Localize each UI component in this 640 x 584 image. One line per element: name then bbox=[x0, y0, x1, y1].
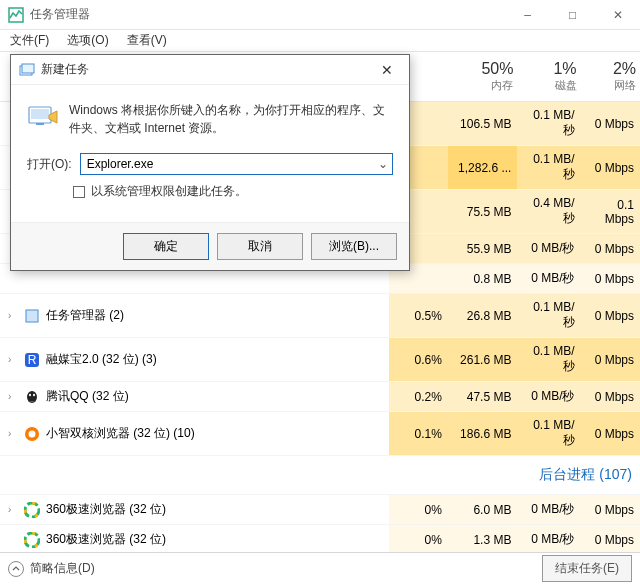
process-row[interactable]: ›360极速浏览器 (32 位)0%6.0 MB0 MB/秒0 Mbps bbox=[0, 495, 640, 525]
details-toggle-icon[interactable] bbox=[8, 561, 24, 577]
process-row[interactable]: ›小智双核浏览器 (32 位) (10)0.1%186.6 MB0.1 MB/秒… bbox=[0, 412, 640, 456]
ok-button[interactable]: 确定 bbox=[123, 233, 209, 260]
cell-disk: 0 MB/秒 bbox=[517, 382, 580, 412]
cell-net: 0 Mbps bbox=[581, 412, 641, 456]
cell-cpu: 0% bbox=[389, 525, 448, 553]
chevron-right-icon[interactable]: › bbox=[8, 428, 18, 439]
menu-options[interactable]: 选项(O) bbox=[65, 30, 110, 51]
cell-cpu: 0.6% bbox=[389, 338, 448, 382]
run-dialog: 新建任务 ✕ Windows 将根据你所键入的名称，为你打开相应的程序、文件夹、… bbox=[10, 54, 410, 271]
process-icon bbox=[24, 502, 40, 518]
titlebar: 任务管理器 – □ ✕ bbox=[0, 0, 640, 30]
cancel-button[interactable]: 取消 bbox=[217, 233, 303, 260]
section-title: 后台进程 (107) bbox=[0, 456, 640, 495]
section-header: 后台进程 (107) bbox=[0, 456, 640, 495]
cell-cpu: 0.5% bbox=[389, 294, 448, 338]
process-name: 融媒宝2.0 (32 位) (3) bbox=[46, 351, 157, 368]
cell-disk: 0.1 MB/秒 bbox=[517, 294, 580, 338]
cell-mem: 106.5 MB bbox=[448, 102, 517, 146]
svg-rect-19 bbox=[36, 123, 44, 125]
process-icon: R bbox=[24, 352, 40, 368]
cell-net: 0 Mbps bbox=[581, 102, 641, 146]
cell-disk: 0.1 MB/秒 bbox=[517, 102, 580, 146]
cell-mem: 75.5 MB bbox=[448, 190, 517, 234]
cell-mem: 1,282.6 ... bbox=[448, 146, 517, 190]
menu-view[interactable]: 查看(V) bbox=[125, 30, 169, 51]
chevron-down-icon[interactable]: ⌄ bbox=[374, 154, 392, 174]
cell-cpu: 0.1% bbox=[389, 412, 448, 456]
admin-label: 以系统管理权限创建此任务。 bbox=[91, 183, 247, 200]
cell-net: 0 Mbps bbox=[581, 146, 641, 190]
col-memory[interactable]: 50%内存 bbox=[448, 52, 517, 102]
open-label: 打开(O): bbox=[27, 156, 72, 173]
cell-disk: 0 MB/秒 bbox=[517, 234, 580, 264]
browse-button[interactable]: 浏览(B)... bbox=[311, 233, 397, 260]
cell-net: 0 Mbps bbox=[581, 294, 641, 338]
svg-point-5 bbox=[29, 393, 31, 396]
cell-cpu: 0.2% bbox=[389, 382, 448, 412]
svg-point-6 bbox=[33, 393, 35, 396]
cell-disk: 0 MB/秒 bbox=[517, 525, 580, 553]
process-name: 腾讯QQ (32 位) bbox=[46, 388, 129, 405]
process-row[interactable]: ›任务管理器 (2)0.5%26.8 MB0.1 MB/秒0 Mbps bbox=[0, 294, 640, 338]
run-icon bbox=[27, 101, 59, 131]
cell-mem: 186.6 MB bbox=[448, 412, 517, 456]
dialog-message: Windows 将根据你所键入的名称，为你打开相应的程序、文件夹、文档或 Int… bbox=[69, 101, 393, 137]
cell-net: 0.1 Mbps bbox=[581, 190, 641, 234]
svg-rect-18 bbox=[31, 109, 49, 119]
checkbox-box[interactable] bbox=[73, 186, 85, 198]
cell-mem: 0.8 MB bbox=[448, 264, 517, 294]
process-icon bbox=[24, 308, 40, 324]
taskmgr-icon bbox=[8, 7, 24, 23]
cell-net: 0 Mbps bbox=[581, 525, 641, 553]
cell-mem: 6.0 MB bbox=[448, 495, 517, 525]
cell-cpu: 0% bbox=[389, 495, 448, 525]
process-row[interactable]: ›R融媒宝2.0 (32 位) (3)0.6%261.6 MB0.1 MB/秒0… bbox=[0, 338, 640, 382]
chevron-right-icon[interactable]: › bbox=[8, 310, 18, 321]
run-dialog-icon bbox=[19, 62, 35, 78]
cell-net: 0 Mbps bbox=[581, 338, 641, 382]
menu-file[interactable]: 文件(F) bbox=[8, 30, 51, 51]
chevron-right-icon[interactable]: › bbox=[8, 504, 18, 515]
cell-net: 0 Mbps bbox=[581, 264, 641, 294]
process-row[interactable]: ›腾讯QQ (32 位)0.2%47.5 MB0 MB/秒0 Mbps bbox=[0, 382, 640, 412]
cell-net: 0 Mbps bbox=[581, 234, 641, 264]
chevron-right-icon[interactable]: › bbox=[8, 391, 18, 402]
cell-mem: 55.9 MB bbox=[448, 234, 517, 264]
svg-rect-16 bbox=[22, 64, 34, 73]
svg-text:R: R bbox=[28, 353, 37, 367]
cell-disk: 0.1 MB/秒 bbox=[517, 338, 580, 382]
process-name: 小智双核浏览器 (32 位) (10) bbox=[46, 425, 195, 442]
end-task-button[interactable]: 结束任务(E) bbox=[542, 555, 632, 582]
window-title: 任务管理器 bbox=[30, 6, 505, 23]
svg-point-8 bbox=[29, 430, 36, 437]
dialog-title: 新建任务 bbox=[41, 61, 373, 78]
cell-net: 0 Mbps bbox=[581, 495, 641, 525]
cell-disk: 0.1 MB/秒 bbox=[517, 412, 580, 456]
col-network[interactable]: 2%网络 bbox=[581, 52, 641, 102]
process-icon bbox=[24, 389, 40, 405]
cell-mem: 1.3 MB bbox=[448, 525, 517, 553]
chevron-right-icon[interactable]: › bbox=[8, 354, 18, 365]
dialog-titlebar[interactable]: 新建任务 ✕ bbox=[11, 55, 409, 85]
maximize-button[interactable]: □ bbox=[550, 0, 595, 29]
col-disk[interactable]: 1%磁盘 bbox=[517, 52, 580, 102]
process-name: 360极速浏览器 (32 位) bbox=[46, 531, 166, 548]
process-name: 任务管理器 (2) bbox=[46, 307, 124, 324]
open-combobox[interactable]: ⌄ bbox=[80, 153, 393, 175]
process-name: 360极速浏览器 (32 位) bbox=[46, 501, 166, 518]
cell-mem: 261.6 MB bbox=[448, 338, 517, 382]
cell-mem: 47.5 MB bbox=[448, 382, 517, 412]
dialog-close-button[interactable]: ✕ bbox=[373, 62, 401, 78]
details-toggle-label[interactable]: 简略信息(D) bbox=[30, 560, 95, 577]
admin-checkbox[interactable]: 以系统管理权限创建此任务。 bbox=[73, 183, 393, 200]
cell-disk: 0 MB/秒 bbox=[517, 264, 580, 294]
minimize-button[interactable]: – bbox=[505, 0, 550, 29]
process-icon bbox=[24, 532, 40, 548]
footer: 简略信息(D) 结束任务(E) bbox=[0, 552, 640, 584]
cell-net: 0 Mbps bbox=[581, 382, 641, 412]
process-row[interactable]: 360极速浏览器 (32 位)0%1.3 MB0 MB/秒0 Mbps bbox=[0, 525, 640, 553]
cell-disk: 0.1 MB/秒 bbox=[517, 146, 580, 190]
close-button[interactable]: ✕ bbox=[595, 0, 640, 29]
open-input[interactable] bbox=[81, 154, 374, 174]
